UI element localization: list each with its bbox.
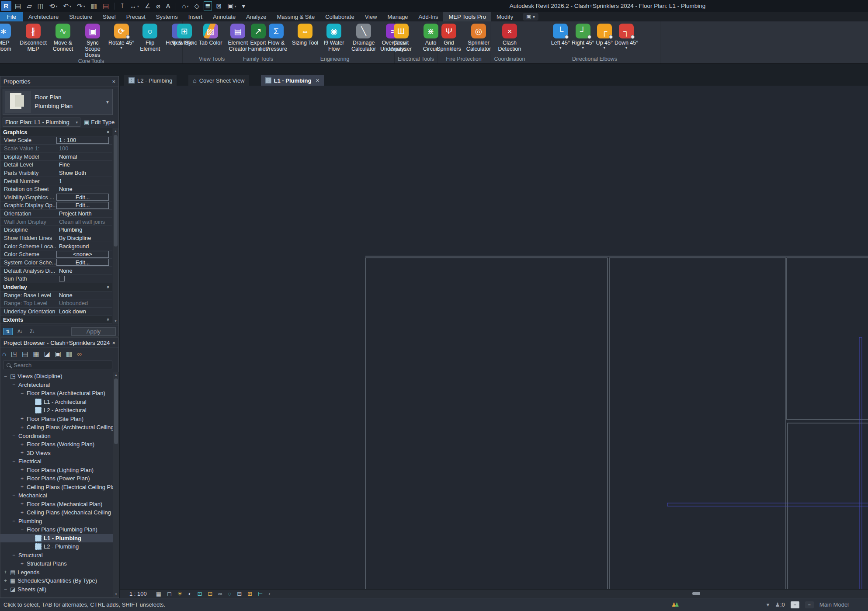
edit-type-button[interactable]: ▣ Edit Type: [84, 119, 115, 125]
collapse-icon[interactable]: −: [11, 518, 16, 524]
sort-ascending-icon[interactable]: A↓: [15, 328, 25, 335]
close-icon[interactable]: ×: [112, 78, 115, 85]
collapse-icon[interactable]: −: [11, 382, 16, 388]
tree-item-floor-plans-power-plan[interactable]: +Floor Plans (Power Plan): [0, 474, 113, 483]
chevron-down-icon[interactable]: ▼: [105, 100, 110, 104]
browser-legends-icon[interactable]: ▤: [22, 350, 28, 358]
new-icon[interactable]: ▤: [15, 3, 21, 9]
collapse-icon[interactable]: −: [11, 433, 16, 439]
expand-icon[interactable]: +: [20, 450, 24, 456]
worksets-icon[interactable]: ♟ ♟: [671, 602, 679, 608]
browser-schedules-icon[interactable]: ▦: [33, 350, 39, 358]
customize-qat-icon[interactable]: ▾: [242, 3, 245, 9]
tree-item-coordination[interactable]: −Coordination: [0, 432, 113, 441]
ribbon-tab-modify[interactable]: Modify: [491, 12, 518, 21]
collapse-icon[interactable]: −: [3, 373, 8, 379]
detail-level-icon[interactable]: ▦: [156, 591, 161, 597]
wall-line[interactable]: [787, 258, 868, 420]
measure-icon[interactable]: ⊺: [121, 3, 124, 9]
property-value[interactable]: 1 : 100: [56, 137, 109, 144]
collapse-icon[interactable]: −: [3, 586, 8, 592]
property-value[interactable]: Edit...: [56, 194, 109, 201]
browser-families-icon[interactable]: ▥: [66, 350, 72, 358]
properties-scrollbar[interactable]: ▴ ▾: [113, 128, 118, 324]
ribbon-button-mep-bloom[interactable]: ∗MEP Bloom: [0, 24, 18, 58]
view-tab-cover-sheet-view[interactable]: ⌂Cover Sheet View: [188, 75, 249, 86]
property-value[interactable]: Plumbing: [56, 226, 112, 233]
ribbon-tab-add-ins[interactable]: Add-Ins: [413, 12, 444, 21]
apply-button[interactable]: Apply: [71, 327, 116, 336]
ribbon-button-i9-water-flow[interactable]: ◉I9 Water Flow: [319, 24, 349, 56]
tree-item-sheets-all[interactable]: −◪Sheets (all): [0, 585, 113, 594]
ribbon-tab-massing-site[interactable]: Massing & Site: [271, 12, 320, 21]
ribbon-tab-manage[interactable]: Manage: [382, 12, 413, 21]
ribbon-tab-precast[interactable]: Precast: [121, 12, 151, 21]
tree-item-plumbing[interactable]: −Plumbing: [0, 517, 113, 526]
worksharing-display-icon[interactable]: ⊢: [258, 591, 263, 597]
scroll-up-icon[interactable]: ▴: [113, 128, 118, 134]
ribbon-tab-annotate[interactable]: Annotate: [208, 12, 241, 21]
ribbon-tab-steel[interactable]: Steel: [97, 12, 121, 21]
wall-line[interactable]: [365, 258, 608, 589]
align-icon[interactable]: ∠: [145, 3, 150, 9]
view-tab-l1-plumbing[interactable]: L1 - Plumbing×: [261, 75, 324, 86]
property-value[interactable]: Edit...: [56, 259, 109, 266]
tree-item-ceiling-plans-mechanical-ceiling-plan[interactable]: +Ceiling Plans (Mechanical Ceiling Plan: [0, 508, 113, 517]
ribbon-tab-file[interactable]: File: [0, 12, 23, 21]
tree-item-mechanical[interactable]: −Mechanical: [0, 491, 113, 500]
print-icon[interactable]: ▥: [91, 3, 97, 9]
expand-icon[interactable]: +: [20, 501, 24, 507]
expand-icon[interactable]: +: [20, 484, 24, 490]
ribbon-button-sprinkler-calculator[interactable]: ◎Sprinkler Calculator: [464, 24, 493, 56]
tree-item-legends[interactable]: +▤Legends: [0, 568, 113, 577]
property-checkbox[interactable]: [59, 276, 65, 281]
expand-icon[interactable]: +: [20, 561, 24, 567]
tree-item-3d-views[interactable]: +3D Views: [0, 449, 113, 458]
ribbon-tab-insert[interactable]: Insert: [183, 12, 208, 21]
browser-views-icon[interactable]: ◳: [11, 350, 17, 358]
ribbon-tab-analyze[interactable]: Analyze: [241, 12, 271, 21]
open-icon[interactable]: ▱: [27, 3, 32, 9]
property-value[interactable]: Look down: [56, 308, 112, 315]
property-value[interactable]: Project North: [56, 210, 112, 217]
revit-logo[interactable]: R: [1, 1, 11, 11]
ribbon-tab-architecture[interactable]: Architecture: [23, 12, 64, 21]
collapse-icon[interactable]: −: [11, 552, 16, 558]
chevron-down-icon[interactable]: ▾: [767, 601, 770, 608]
active-design-option[interactable]: Main Model: [819, 601, 849, 608]
section-header-extents[interactable]: Extents«: [0, 316, 112, 324]
scroll-up-icon[interactable]: ▴: [113, 372, 119, 378]
browser-links-icon[interactable]: ∞: [77, 350, 82, 358]
shadows-icon[interactable]: ◐: [188, 591, 192, 597]
sort-descending-icon[interactable]: Z↓: [28, 328, 37, 335]
pipe-element[interactable]: [667, 503, 868, 506]
ribbon-button-tab-color[interactable]: ▨Tab Color: [198, 24, 223, 56]
tree-item-ceiling-plans-architectural-ceiling-pla[interactable]: +Ceiling Plans (Architectural Ceiling Pl…: [0, 423, 113, 432]
sun-path-icon[interactable]: ☀: [177, 591, 183, 597]
expand-icon[interactable]: +: [20, 467, 24, 473]
ribbon-tab-collaborate[interactable]: Collaborate: [320, 12, 360, 21]
instance-combo[interactable]: Floor Plan: L1 - Plumbing ▾: [3, 118, 80, 127]
aligned-dimension-icon[interactable]: ↔▾: [130, 3, 139, 9]
tree-item-schedules-quantities-by-type[interactable]: +▦Schedules/Quantities (By Type): [0, 576, 113, 585]
temporary-hide-isolate-icon[interactable]: ◌: [228, 591, 231, 597]
view-tab-l2-plumbing[interactable]: L2 - Plumbing: [124, 75, 177, 86]
expand-icon[interactable]: +: [20, 441, 24, 448]
tag-icon[interactable]: ⌀: [156, 3, 160, 9]
reveal-constraints-icon[interactable]: ⊞: [247, 591, 252, 597]
expand-icon[interactable]: +: [20, 476, 24, 482]
view-scale-button[interactable]: 1 : 100: [129, 590, 147, 597]
tree-item-floor-plans-site-plan[interactable]: +Floor Plans (Site Plan): [0, 415, 113, 424]
browser-home-icon[interactable]: ⌂: [2, 350, 6, 358]
tree-item-structural-plans[interactable]: +Structural Plans: [0, 559, 113, 568]
section-icon[interactable]: ◇: [194, 3, 199, 9]
ribbon-button-sync-scope-boxes[interactable]: ▣Sync Scope Boxes: [78, 24, 108, 58]
tree-item-views-discipline[interactable]: −◳Views (Discipline): [0, 372, 113, 381]
scroll-down-icon[interactable]: ▾: [113, 591, 119, 597]
tree-item-l1-architectural[interactable]: L1 - Architectural: [0, 398, 113, 406]
tree-item-l1-plumbing[interactable]: L1 - Plumbing: [0, 534, 113, 543]
redo-icon[interactable]: ↷▾: [77, 3, 85, 9]
ribbon-button-right-45[interactable]: ┘Right 45°▾: [571, 24, 595, 56]
close-inactive-views-icon[interactable]: ⊠: [216, 3, 222, 9]
ribbon-tab-view[interactable]: View: [360, 12, 382, 21]
